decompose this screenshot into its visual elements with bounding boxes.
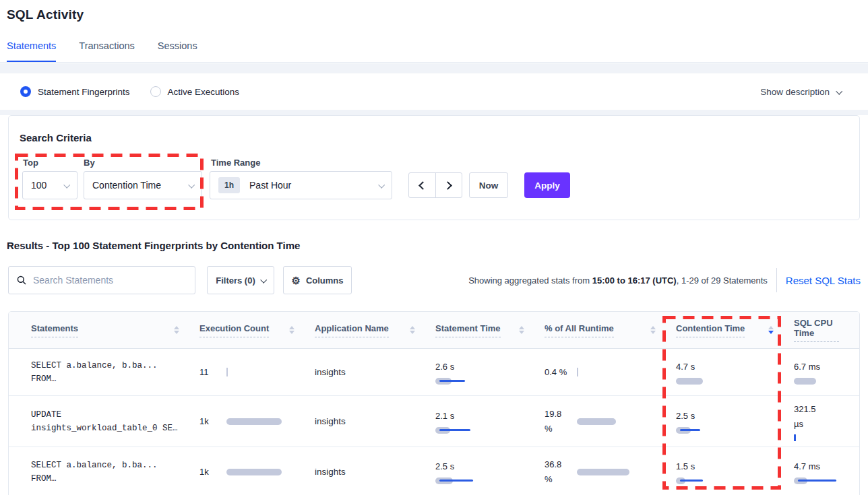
radio-unselected-icon bbox=[150, 86, 161, 97]
cell-value: 2.5 s bbox=[435, 459, 454, 474]
cell-value: 11 bbox=[199, 365, 226, 380]
time-range-arrows bbox=[408, 172, 462, 198]
column-header-pct-of-all-runtime[interactable]: % of All Runtime bbox=[545, 323, 676, 337]
cell-value: 4.7 ms bbox=[794, 459, 820, 474]
section-gap bbox=[0, 63, 868, 73]
stats-area: Showing aggregated stats from 15:00 to 1… bbox=[468, 266, 861, 294]
show-description-label: Show description bbox=[760, 87, 830, 97]
value-bar bbox=[226, 418, 282, 426]
execution-count-cell: 1k bbox=[199, 414, 315, 429]
statement-time-cell: 2.6 s bbox=[435, 360, 545, 385]
cell-value: 19.8% bbox=[545, 407, 577, 436]
pct-of-all-runtime-cell: 36.8% bbox=[545, 457, 676, 487]
sql-cpu-time-cell: 321.5µs bbox=[794, 402, 859, 441]
tab-transactions[interactable]: Transactions bbox=[79, 40, 134, 62]
radio-label: Active Executions bbox=[168, 87, 240, 97]
section-gap bbox=[0, 110, 868, 115]
chevron-down-icon bbox=[188, 181, 195, 188]
search-input[interactable] bbox=[33, 275, 187, 286]
radio-active-executions[interactable]: Active Executions bbox=[150, 86, 240, 97]
table-row: UPDATEinsights_workload_table_0 SE…1kins… bbox=[9, 396, 859, 447]
chevron-down-icon bbox=[836, 88, 842, 94]
tab-sessions[interactable]: Sessions bbox=[158, 40, 197, 62]
time-range-label: Time Range bbox=[211, 158, 260, 168]
cell-value: 0.4 % bbox=[545, 365, 577, 380]
previous-interval-button[interactable] bbox=[409, 173, 436, 197]
by-label: By bbox=[84, 158, 95, 168]
application-name-cell: insights bbox=[315, 367, 435, 377]
filters-label: Filters (0) bbox=[216, 275, 255, 286]
contention-time-cell: 4.7 s bbox=[676, 360, 794, 385]
column-header-statement-time[interactable]: Statement Time bbox=[435, 323, 545, 337]
by-select[interactable]: Contention Time bbox=[84, 171, 202, 199]
time-range-value: Past Hour bbox=[249, 180, 291, 191]
filters-button[interactable]: Filters (0) bbox=[207, 266, 274, 294]
value-bar bbox=[794, 377, 816, 385]
pct-of-all-runtime-cell: 19.8% bbox=[545, 407, 676, 436]
statement-time-cell: 2.1 s bbox=[435, 409, 545, 434]
column-header-execution-count[interactable]: Execution Count bbox=[199, 323, 315, 337]
apply-button[interactable]: Apply bbox=[524, 172, 570, 198]
column-header-statements[interactable]: Statements bbox=[9, 323, 199, 337]
show-description-toggle[interactable]: Show description bbox=[760, 73, 841, 110]
chevron-left-icon bbox=[418, 181, 427, 190]
column-header-sql-cpu-time[interactable]: SQL CPU Time bbox=[794, 318, 859, 342]
cell-value: 1.5 s bbox=[676, 459, 695, 474]
table-row: SELECT a.balance, b.ba...FROM…1kinsights… bbox=[9, 447, 859, 495]
top-select-value: 100 bbox=[31, 180, 46, 191]
contention-time-cell: 1.5 s bbox=[676, 459, 794, 485]
table-header-row: Statements Execution Count Application N… bbox=[9, 312, 859, 349]
cell-value: 36.8% bbox=[545, 457, 577, 487]
column-header-contention-time[interactable]: Contention Time bbox=[676, 323, 794, 337]
columns-button[interactable]: ⚙ Columns bbox=[283, 266, 352, 294]
sql-cpu-time-cell: 4.7 ms bbox=[794, 459, 859, 485]
value-bar bbox=[226, 368, 228, 376]
results-heading: Results - Top 100 Statement Fingerprints… bbox=[7, 240, 300, 251]
table-body: SELECT a.balance, b.ba...FROM…11insights… bbox=[9, 349, 859, 495]
value-bar bbox=[577, 418, 616, 426]
now-button[interactable]: Now bbox=[469, 172, 508, 198]
chevron-down-icon bbox=[260, 276, 267, 283]
by-select-value: Contention Time bbox=[92, 180, 161, 191]
top-select[interactable]: 100 bbox=[22, 171, 78, 199]
view-toggle-band: Statement Fingerprints Active Executions… bbox=[0, 73, 868, 110]
radio-statement-fingerprints[interactable]: Statement Fingerprints bbox=[20, 86, 130, 97]
statement-fingerprint-link[interactable]: SELECT a.balance, b.ba...FROM… bbox=[9, 459, 199, 486]
time-range-picker[interactable]: 1h Past Hour bbox=[210, 171, 392, 199]
value-bar bbox=[435, 426, 470, 434]
column-header-application-name[interactable]: Application Name bbox=[315, 323, 435, 337]
search-criteria-card: Search Criteria Top By Time Range 100 Co… bbox=[8, 115, 860, 220]
divider bbox=[776, 268, 777, 292]
pct-of-all-runtime-cell: 0.4 % bbox=[545, 365, 676, 380]
value-bar bbox=[794, 477, 836, 485]
sort-icon bbox=[174, 326, 179, 334]
statement-time-cell: 2.5 s bbox=[435, 459, 545, 485]
search-icon bbox=[17, 275, 26, 285]
tab-statements[interactable]: Statements bbox=[7, 40, 56, 62]
execution-count-cell: 11 bbox=[199, 365, 315, 380]
reset-sql-stats-link[interactable]: Reset SQL Stats bbox=[786, 275, 861, 286]
page-title: SQL Activity bbox=[7, 7, 84, 22]
cell-value: 321.5µs bbox=[794, 402, 816, 432]
time-range-badge: 1h bbox=[218, 177, 240, 193]
cell-value: 2.1 s bbox=[435, 409, 454, 424]
statement-fingerprint-link[interactable]: SELECT a.balance, b.ba...FROM… bbox=[9, 359, 199, 386]
cell-value: 1k bbox=[199, 465, 226, 480]
chevron-right-icon bbox=[443, 181, 452, 190]
next-interval-button[interactable] bbox=[436, 173, 462, 197]
statement-fingerprint-link[interactable]: UPDATEinsights_workload_table_0 SE… bbox=[9, 408, 199, 435]
tab-bar: Statements Transactions Sessions bbox=[0, 37, 868, 63]
sort-icon-active-desc bbox=[768, 326, 774, 334]
application-name-cell: insights bbox=[315, 467, 435, 477]
cell-value: 4.7 s bbox=[676, 360, 695, 374]
top-label: Top bbox=[23, 158, 38, 168]
sort-icon bbox=[410, 326, 415, 334]
value-bar bbox=[676, 377, 703, 385]
radio-label: Statement Fingerprints bbox=[38, 87, 130, 97]
cell-value: 6.7 ms bbox=[794, 360, 820, 374]
value-bar bbox=[676, 426, 700, 434]
value-bar bbox=[794, 434, 796, 441]
aggregated-stats-text: Showing aggregated stats from 15:00 to 1… bbox=[468, 275, 768, 286]
value-bar bbox=[435, 377, 465, 385]
cell-value: 1k bbox=[199, 414, 226, 429]
